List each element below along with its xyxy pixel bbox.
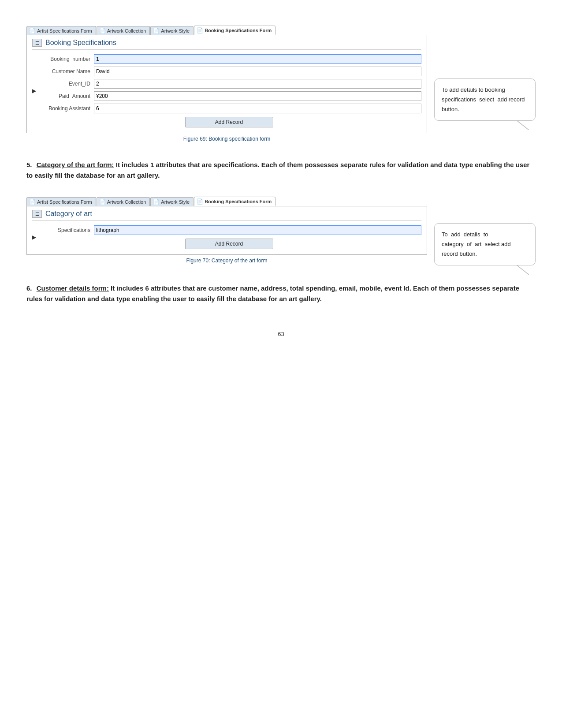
page-number: 63 <box>26 331 536 337</box>
field-input-paid-amount[interactable] <box>94 91 421 101</box>
category-form-fields: Specifications Add Record <box>37 225 421 249</box>
category-form-title-bar: ☰ Category of art <box>32 210 421 221</box>
field-row-booking-number: Booking_number <box>37 54 421 64</box>
cat-tab-icon-4: 📄 <box>197 198 203 205</box>
category-form-side: 📄 Artist Specifications Form 📄 Artwork C… <box>26 197 427 273</box>
booking-form-title: Booking Specifications <box>45 39 116 47</box>
section-6-heading: 6. Customer details form: It includes 6 … <box>26 283 536 304</box>
cat-tab-artwork-collection[interactable]: 📄 Artwork Collection <box>97 197 150 206</box>
tab-artwork-style[interactable]: 📄 Artwork Style <box>150 26 194 35</box>
booking-form-title-bar: ☰ Booking Specifications <box>32 39 421 50</box>
category-form-section: 📄 Artist Specifications Form 📄 Artwork C… <box>26 197 536 273</box>
cat-tab-booking-specs[interactable]: 📄 Booking Specifications Form <box>194 197 275 206</box>
booking-callout-text: To add details to booking specifications… <box>442 86 525 112</box>
nav-arrow[interactable]: ▶ <box>32 88 36 94</box>
callout-tail-svg <box>517 120 529 130</box>
category-form-title: Category of art <box>45 210 92 218</box>
category-callout-box: To add details to category of art select… <box>434 223 536 265</box>
field-input-customer-name[interactable] <box>94 67 421 76</box>
field-row-event-id: Event_ID <box>37 79 421 89</box>
cat-nav-arrow[interactable]: ▶ <box>32 234 36 240</box>
field-input-specifications[interactable] <box>94 225 421 235</box>
tab-icon-1: 📄 <box>29 28 36 34</box>
tab-booking-specs[interactable]: 📄 Booking Specifications Form <box>194 26 275 35</box>
cat-tab-artist-specs[interactable]: 📄 Artist Specifications Form <box>26 197 96 206</box>
tab-icon-3: 📄 <box>153 28 160 34</box>
section-5: 5. Category of the art form: It includes… <box>26 160 536 181</box>
category-form-icon: ☰ <box>32 210 42 218</box>
field-input-booking-number[interactable] <box>94 54 421 64</box>
tab-artwork-collection[interactable]: 📄 Artwork Collection <box>97 26 150 35</box>
category-tabs-bar: 📄 Artist Specifications Form 📄 Artwork C… <box>26 197 427 206</box>
section-5-heading: 5. Category of the art form: It includes… <box>26 160 536 181</box>
booking-tabs-bar: 📄 Artist Specifications Form 📄 Artwork C… <box>26 26 427 35</box>
booking-form-fields: Booking_number Customer Name Event_ID Pa… <box>37 54 421 127</box>
booking-form-section: 📄 Artist Specifications Form 📄 Artwork C… <box>26 26 536 151</box>
field-label-paid-amount: Paid_Amount <box>37 93 94 99</box>
tab-icon-4: 📄 <box>197 27 203 34</box>
tab-icon-2: 📄 <box>99 28 106 34</box>
field-label-event-id: Event_ID <box>37 81 94 87</box>
cat-tab-icon-2: 📄 <box>99 199 106 205</box>
field-label-booking-assistant: Booking Assistant <box>37 105 94 112</box>
category-form-container: ☰ Category of art ▶ Specifications Add R… <box>26 206 427 255</box>
field-row-specifications: Specifications <box>37 225 421 235</box>
field-input-booking-assistant[interactable] <box>94 104 421 113</box>
field-label-customer-name: Customer Name <box>37 68 94 75</box>
category-callout-side: To add details to category of art select… <box>434 197 536 265</box>
field-row-booking-assistant: Booking Assistant <box>37 104 421 113</box>
add-record-button-category[interactable]: Add Record <box>185 239 273 249</box>
add-record-button-booking[interactable]: Add Record <box>185 117 273 127</box>
booking-form-side: 📄 Artist Specifications Form 📄 Artwork C… <box>26 26 427 151</box>
field-input-event-id[interactable] <box>94 79 421 89</box>
booking-callout-side: To add details to booking specifications… <box>434 26 536 121</box>
category-callout-text: To add details to category of art select… <box>442 231 511 257</box>
field-row-customer-name: Customer Name <box>37 67 421 76</box>
section-6: 6. Customer details form: It includes 6 … <box>26 283 536 304</box>
cat-callout-tail-svg <box>517 265 529 275</box>
cat-tab-icon-3: 📄 <box>153 199 160 205</box>
booking-form-icon: ☰ <box>32 39 42 47</box>
tab-artist-specs[interactable]: 📄 Artist Specifications Form <box>26 26 96 35</box>
booking-callout-box: To add details to booking specifications… <box>434 78 536 121</box>
figure-69-caption: Figure 69: Booking specification form <box>26 136 427 142</box>
cat-tab-artwork-style[interactable]: 📄 Artwork Style <box>150 197 194 206</box>
figure-70-caption: Figure 70: Category of the art form <box>26 258 427 264</box>
field-label-booking-number: Booking_number <box>37 56 94 62</box>
field-row-paid-amount: Paid_Amount <box>37 91 421 101</box>
cat-tab-icon-1: 📄 <box>29 199 36 205</box>
booking-form-container: ☰ Booking Specifications ▶ Booking_numbe… <box>26 35 427 133</box>
field-label-specifications: Specifications <box>37 227 94 233</box>
